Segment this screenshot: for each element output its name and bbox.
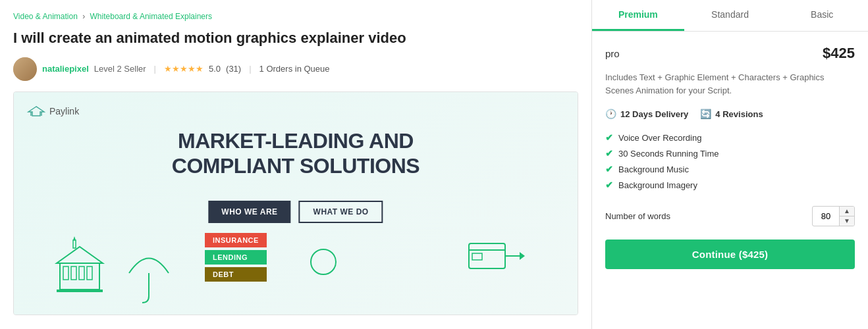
- quantity-value[interactable]: [813, 209, 839, 224]
- breadcrumb: Video & Animation › Whiteboard & Animate…: [13, 12, 578, 21]
- preview-content: Paylink MARKET-LEADING AND COMPLIANT SOL…: [14, 92, 578, 315]
- svg-rect-6: [79, 266, 84, 280]
- divider2: |: [249, 64, 251, 74]
- label-debt: DEBT: [205, 267, 267, 282]
- package-tabs: Premium Standard Basic: [592, 0, 868, 32]
- svg-rect-13: [469, 243, 505, 268]
- feature-4: Background Imagery: [618, 180, 697, 190]
- seller-level: Level 2 Seller: [94, 64, 146, 74]
- check-icon-3: ✔: [605, 164, 613, 174]
- svg-rect-15: [472, 253, 482, 260]
- paylink-text: Paylink: [49, 106, 79, 116]
- feature-1: Voice Over Recording: [618, 133, 701, 143]
- svg-rect-4: [63, 266, 68, 280]
- svg-marker-10: [73, 236, 76, 240]
- svg-marker-17: [520, 252, 525, 260]
- avatar: [13, 57, 37, 81]
- svg-rect-3: [60, 263, 99, 290]
- package-content: pro $425 Includes Text + Graphic Element…: [592, 32, 868, 282]
- continue-button[interactable]: Continue ($425): [605, 240, 855, 269]
- svg-rect-5: [71, 266, 76, 280]
- quantity-input-wrap[interactable]: ▲ ▼: [812, 206, 855, 226]
- review-count: (31): [226, 64, 241, 74]
- svg-rect-11: [57, 290, 103, 292]
- headline-line1: MARKET-LEADING AND: [178, 129, 414, 153]
- preview-area: Paylink MARKET-LEADING AND COMPLIANT SOL…: [13, 91, 578, 315]
- package-price: $425: [823, 45, 855, 62]
- check-icon-2: ✔: [605, 148, 613, 159]
- bank-icon: [53, 234, 106, 301]
- tab-basic[interactable]: Basic: [776, 0, 868, 31]
- feature-3: Background Music: [618, 164, 689, 174]
- svg-marker-8: [57, 247, 103, 263]
- feature-item: ✔ Voice Over Recording: [605, 130, 855, 145]
- label-insurance: INSURANCE: [205, 233, 267, 247]
- paylink-icon: [27, 105, 45, 117]
- quantity-up-button[interactable]: ▲: [840, 207, 854, 216]
- page-title: I will create an animated motion graphic…: [13, 29, 578, 48]
- quantity-arrows: ▲ ▼: [839, 207, 854, 226]
- delivery-row: 🕐 12 Days Delivery 🔄 4 Revisions: [605, 109, 855, 119]
- right-panel: Premium Standard Basic pro $425 Includes…: [591, 0, 868, 329]
- check-icon-4: ✔: [605, 180, 613, 190]
- quantity-row: Number of words ▲ ▼: [605, 206, 855, 226]
- star-rating: ★★★★★: [164, 64, 203, 74]
- circle-shape: [310, 249, 337, 275]
- divider: |: [154, 64, 156, 74]
- headline-line2: COMPLIANT SOLUTIONS: [172, 154, 420, 178]
- check-icon-1: ✔: [605, 132, 613, 143]
- delivery-info: 🕐 12 Days Delivery: [605, 109, 688, 119]
- quantity-down-button[interactable]: ▼: [840, 216, 854, 226]
- umbrella-icon: [126, 247, 172, 308]
- feature-2: 30 Seconds Running Time: [618, 149, 719, 159]
- svg-rect-7: [87, 266, 92, 280]
- card-arrow-icon: [466, 234, 525, 288]
- svg-rect-9: [73, 240, 76, 248]
- labels-column: INSURANCE LENDING DEBT: [205, 233, 267, 282]
- quantity-label: Number of words: [605, 211, 670, 221]
- seller-info: nataliepixel Level 2 Seller | ★★★★★ 5.0 …: [13, 57, 578, 81]
- breadcrumb-item2[interactable]: Whiteboard & Animated Explainers: [90, 12, 212, 21]
- main-headline: MARKET-LEADING AND COMPLIANT SOLUTIONS: [14, 128, 578, 179]
- label-lending: LENDING: [205, 250, 267, 265]
- package-name: pro: [605, 48, 620, 59]
- tab-standard[interactable]: Standard: [684, 0, 776, 31]
- features-list: ✔ Voice Over Recording ✔ 30 Seconds Runn…: [605, 130, 855, 193]
- orders-queue: 1 Orders in Queue: [259, 64, 330, 74]
- paylink-logo: Paylink: [27, 105, 79, 117]
- breadcrumb-item1[interactable]: Video & Animation: [13, 12, 78, 21]
- tab-premium[interactable]: Premium: [592, 0, 684, 31]
- revision-icon: 🔄: [700, 109, 711, 119]
- seller-name[interactable]: nataliepixel: [42, 64, 89, 74]
- revisions-info: 🔄 4 Revisions: [700, 109, 763, 119]
- clock-icon: 🕐: [605, 109, 616, 119]
- feature-item: ✔ 30 Seconds Running Time: [605, 145, 855, 161]
- feature-item: ✔ Background Imagery: [605, 177, 855, 193]
- feature-item: ✔ Background Music: [605, 161, 855, 177]
- left-panel: Video & Animation › Whiteboard & Animate…: [0, 0, 591, 329]
- revisions-count: 4 Revisions: [715, 109, 763, 119]
- rating-count: 5.0: [209, 64, 221, 74]
- package-header: pro $425: [605, 45, 855, 62]
- package-description: Includes Text + Graphic Element + Charac…: [605, 71, 855, 97]
- illustration-area: INSURANCE LENDING DEBT: [14, 209, 578, 315]
- breadcrumb-separator: ›: [82, 12, 87, 21]
- delivery-days: 12 Days Delivery: [620, 109, 688, 119]
